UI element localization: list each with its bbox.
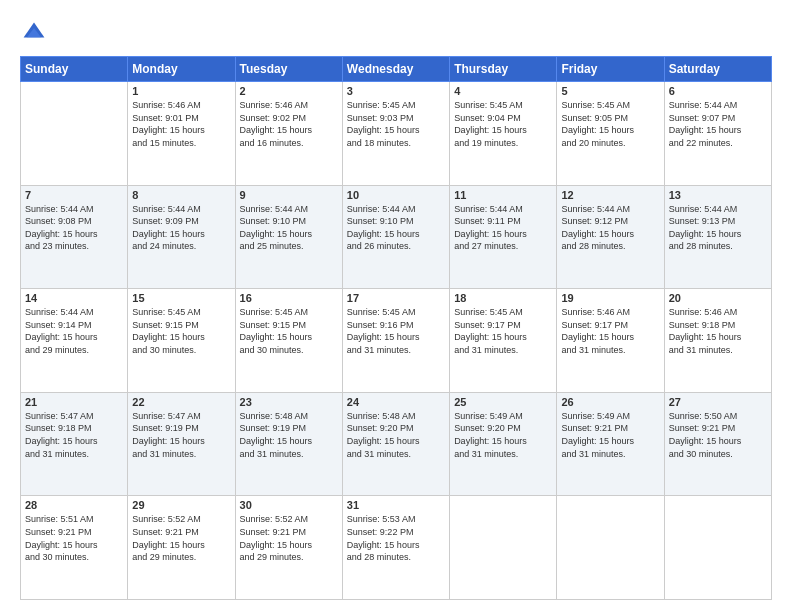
day-info: Sunrise: 5:44 AM Sunset: 9:11 PM Dayligh…	[454, 203, 552, 253]
calendar-cell: 20Sunrise: 5:46 AM Sunset: 9:18 PM Dayli…	[664, 289, 771, 393]
day-number: 26	[561, 396, 659, 408]
calendar-cell: 19Sunrise: 5:46 AM Sunset: 9:17 PM Dayli…	[557, 289, 664, 393]
calendar-cell: 31Sunrise: 5:53 AM Sunset: 9:22 PM Dayli…	[342, 496, 449, 600]
day-info: Sunrise: 5:44 AM Sunset: 9:13 PM Dayligh…	[669, 203, 767, 253]
day-number: 27	[669, 396, 767, 408]
calendar-header-saturday: Saturday	[664, 57, 771, 82]
calendar-cell: 11Sunrise: 5:44 AM Sunset: 9:11 PM Dayli…	[450, 185, 557, 289]
calendar-cell	[664, 496, 771, 600]
calendar-week-2: 7Sunrise: 5:44 AM Sunset: 9:08 PM Daylig…	[21, 185, 772, 289]
calendar-cell	[21, 82, 128, 186]
calendar-cell: 25Sunrise: 5:49 AM Sunset: 9:20 PM Dayli…	[450, 392, 557, 496]
calendar-cell: 1Sunrise: 5:46 AM Sunset: 9:01 PM Daylig…	[128, 82, 235, 186]
day-info: Sunrise: 5:45 AM Sunset: 9:04 PM Dayligh…	[454, 99, 552, 149]
calendar-cell: 29Sunrise: 5:52 AM Sunset: 9:21 PM Dayli…	[128, 496, 235, 600]
calendar-cell: 17Sunrise: 5:45 AM Sunset: 9:16 PM Dayli…	[342, 289, 449, 393]
calendar-cell: 14Sunrise: 5:44 AM Sunset: 9:14 PM Dayli…	[21, 289, 128, 393]
day-info: Sunrise: 5:48 AM Sunset: 9:19 PM Dayligh…	[240, 410, 338, 460]
calendar-header-row: SundayMondayTuesdayWednesdayThursdayFrid…	[21, 57, 772, 82]
day-number: 9	[240, 189, 338, 201]
day-info: Sunrise: 5:44 AM Sunset: 9:08 PM Dayligh…	[25, 203, 123, 253]
calendar-cell: 28Sunrise: 5:51 AM Sunset: 9:21 PM Dayli…	[21, 496, 128, 600]
calendar-cell: 6Sunrise: 5:44 AM Sunset: 9:07 PM Daylig…	[664, 82, 771, 186]
day-info: Sunrise: 5:48 AM Sunset: 9:20 PM Dayligh…	[347, 410, 445, 460]
day-info: Sunrise: 5:53 AM Sunset: 9:22 PM Dayligh…	[347, 513, 445, 563]
calendar-week-1: 1Sunrise: 5:46 AM Sunset: 9:01 PM Daylig…	[21, 82, 772, 186]
calendar-header-sunday: Sunday	[21, 57, 128, 82]
calendar-cell	[557, 496, 664, 600]
day-number: 30	[240, 499, 338, 511]
calendar-cell: 24Sunrise: 5:48 AM Sunset: 9:20 PM Dayli…	[342, 392, 449, 496]
calendar-header-wednesday: Wednesday	[342, 57, 449, 82]
page: SundayMondayTuesdayWednesdayThursdayFrid…	[0, 0, 792, 612]
day-number: 12	[561, 189, 659, 201]
day-info: Sunrise: 5:46 AM Sunset: 9:18 PM Dayligh…	[669, 306, 767, 356]
calendar-cell: 8Sunrise: 5:44 AM Sunset: 9:09 PM Daylig…	[128, 185, 235, 289]
day-number: 1	[132, 85, 230, 97]
calendar-cell: 12Sunrise: 5:44 AM Sunset: 9:12 PM Dayli…	[557, 185, 664, 289]
day-info: Sunrise: 5:50 AM Sunset: 9:21 PM Dayligh…	[669, 410, 767, 460]
logo	[20, 20, 50, 48]
calendar-cell: 15Sunrise: 5:45 AM Sunset: 9:15 PM Dayli…	[128, 289, 235, 393]
day-number: 23	[240, 396, 338, 408]
day-info: Sunrise: 5:51 AM Sunset: 9:21 PM Dayligh…	[25, 513, 123, 563]
day-number: 29	[132, 499, 230, 511]
calendar-cell: 13Sunrise: 5:44 AM Sunset: 9:13 PM Dayli…	[664, 185, 771, 289]
day-info: Sunrise: 5:52 AM Sunset: 9:21 PM Dayligh…	[132, 513, 230, 563]
calendar-cell: 23Sunrise: 5:48 AM Sunset: 9:19 PM Dayli…	[235, 392, 342, 496]
calendar-cell: 9Sunrise: 5:44 AM Sunset: 9:10 PM Daylig…	[235, 185, 342, 289]
calendar-table: SundayMondayTuesdayWednesdayThursdayFrid…	[20, 56, 772, 600]
day-info: Sunrise: 5:45 AM Sunset: 9:05 PM Dayligh…	[561, 99, 659, 149]
day-info: Sunrise: 5:44 AM Sunset: 9:07 PM Dayligh…	[669, 99, 767, 149]
day-number: 20	[669, 292, 767, 304]
day-info: Sunrise: 5:44 AM Sunset: 9:09 PM Dayligh…	[132, 203, 230, 253]
day-info: Sunrise: 5:47 AM Sunset: 9:18 PM Dayligh…	[25, 410, 123, 460]
day-number: 4	[454, 85, 552, 97]
day-number: 10	[347, 189, 445, 201]
calendar-cell: 26Sunrise: 5:49 AM Sunset: 9:21 PM Dayli…	[557, 392, 664, 496]
calendar-cell: 21Sunrise: 5:47 AM Sunset: 9:18 PM Dayli…	[21, 392, 128, 496]
day-info: Sunrise: 5:46 AM Sunset: 9:17 PM Dayligh…	[561, 306, 659, 356]
day-number: 22	[132, 396, 230, 408]
calendar-header-thursday: Thursday	[450, 57, 557, 82]
calendar-cell: 10Sunrise: 5:44 AM Sunset: 9:10 PM Dayli…	[342, 185, 449, 289]
day-info: Sunrise: 5:52 AM Sunset: 9:21 PM Dayligh…	[240, 513, 338, 563]
day-number: 13	[669, 189, 767, 201]
calendar-week-3: 14Sunrise: 5:44 AM Sunset: 9:14 PM Dayli…	[21, 289, 772, 393]
day-number: 3	[347, 85, 445, 97]
day-number: 15	[132, 292, 230, 304]
day-info: Sunrise: 5:45 AM Sunset: 9:03 PM Dayligh…	[347, 99, 445, 149]
calendar-cell: 18Sunrise: 5:45 AM Sunset: 9:17 PM Dayli…	[450, 289, 557, 393]
calendar-cell: 7Sunrise: 5:44 AM Sunset: 9:08 PM Daylig…	[21, 185, 128, 289]
day-info: Sunrise: 5:46 AM Sunset: 9:01 PM Dayligh…	[132, 99, 230, 149]
day-info: Sunrise: 5:44 AM Sunset: 9:10 PM Dayligh…	[240, 203, 338, 253]
day-info: Sunrise: 5:49 AM Sunset: 9:21 PM Dayligh…	[561, 410, 659, 460]
calendar-header-tuesday: Tuesday	[235, 57, 342, 82]
calendar-header-monday: Monday	[128, 57, 235, 82]
day-info: Sunrise: 5:45 AM Sunset: 9:17 PM Dayligh…	[454, 306, 552, 356]
calendar-cell: 22Sunrise: 5:47 AM Sunset: 9:19 PM Dayli…	[128, 392, 235, 496]
logo-icon	[22, 20, 46, 44]
day-number: 6	[669, 85, 767, 97]
header	[20, 16, 772, 48]
day-info: Sunrise: 5:49 AM Sunset: 9:20 PM Dayligh…	[454, 410, 552, 460]
day-info: Sunrise: 5:44 AM Sunset: 9:14 PM Dayligh…	[25, 306, 123, 356]
day-info: Sunrise: 5:44 AM Sunset: 9:10 PM Dayligh…	[347, 203, 445, 253]
calendar-cell	[450, 496, 557, 600]
day-number: 17	[347, 292, 445, 304]
day-info: Sunrise: 5:45 AM Sunset: 9:15 PM Dayligh…	[132, 306, 230, 356]
calendar-cell: 5Sunrise: 5:45 AM Sunset: 9:05 PM Daylig…	[557, 82, 664, 186]
calendar-cell: 16Sunrise: 5:45 AM Sunset: 9:15 PM Dayli…	[235, 289, 342, 393]
day-number: 21	[25, 396, 123, 408]
day-number: 19	[561, 292, 659, 304]
day-number: 31	[347, 499, 445, 511]
day-info: Sunrise: 5:44 AM Sunset: 9:12 PM Dayligh…	[561, 203, 659, 253]
calendar-header-friday: Friday	[557, 57, 664, 82]
day-info: Sunrise: 5:46 AM Sunset: 9:02 PM Dayligh…	[240, 99, 338, 149]
day-number: 16	[240, 292, 338, 304]
calendar-cell: 27Sunrise: 5:50 AM Sunset: 9:21 PM Dayli…	[664, 392, 771, 496]
day-number: 11	[454, 189, 552, 201]
day-number: 5	[561, 85, 659, 97]
day-number: 8	[132, 189, 230, 201]
calendar-cell: 2Sunrise: 5:46 AM Sunset: 9:02 PM Daylig…	[235, 82, 342, 186]
